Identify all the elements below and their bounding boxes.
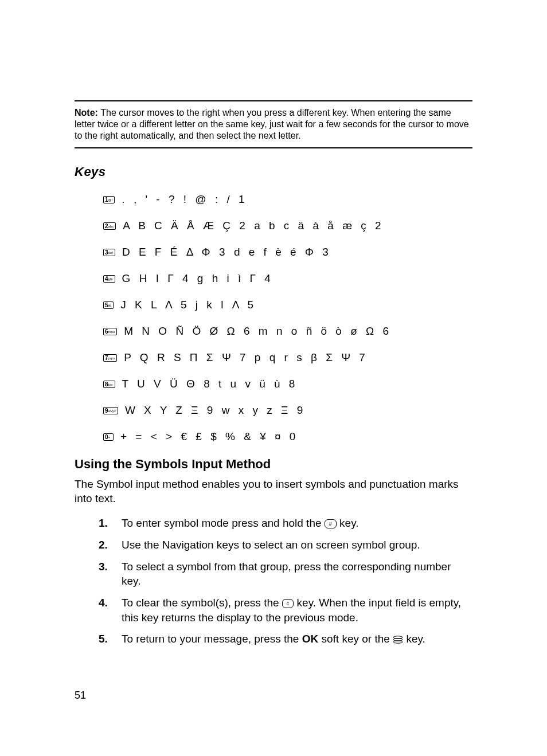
page-number: 51 (75, 690, 86, 702)
key-characters: + = < > € £ $ % & ¥ ¤ 0 (120, 430, 298, 443)
key-characters: . , ' - ? ! @ : / 1 (122, 193, 247, 206)
step-5: To return to your message, press the OK … (99, 632, 472, 648)
symbols-intro: The Symbol input method enables you to i… (75, 477, 472, 506)
note-label: Note: (75, 108, 98, 117)
step-text: key. (403, 633, 425, 645)
clear-key-icon (282, 599, 294, 608)
keycap-icon: 7pqrs (103, 354, 117, 362)
note-block: Note: The cursor moves to the right when… (75, 100, 472, 148)
keycap-icon: 6mno (103, 328, 117, 335)
steps-list: To enter symbol mode press and hold the … (99, 516, 472, 647)
keycap-icon: 3def (103, 249, 115, 256)
key-characters: G H I Γ 4 g h i ì Γ 4 (122, 272, 274, 285)
step-text: Use the Navigation keys to select an on … (122, 539, 420, 551)
pound-key-icon (325, 519, 337, 528)
step-text: To clear the symbol(s), press the (122, 597, 282, 609)
key-characters: D E F É Δ Φ 3 d e f è é Φ 3 (122, 246, 331, 258)
keys-list: 1@!. , ' - ? ! @ : / 12abcA B C Ä Å Æ Ç … (103, 193, 472, 443)
keycap-icon: 1@! (103, 196, 115, 203)
key-characters: M N O Ñ Ö Ø Ω 6 m n o ñ ö ò ø Ω 6 (124, 325, 392, 338)
note-text: The cursor moves to the right when you p… (75, 108, 469, 140)
key-row: 9wxyzW X Y Z Ξ 9 w x y z Ξ 9 (103, 404, 472, 417)
step-text: To enter symbol mode press and hold the (122, 517, 325, 529)
key-row: 7pqrsP Q R S Π Σ Ψ 7 p q r s β Σ Ψ 7 (103, 351, 472, 364)
key-characters: P Q R S Π Σ Ψ 7 p q r s β Σ Ψ 7 (124, 351, 368, 364)
key-row: 4ghiG H I Γ 4 g h i ì Γ 4 (103, 272, 472, 285)
key-row: 5jklJ K L Λ 5 j k l Λ 5 (103, 299, 472, 311)
document-page: Note: The cursor moves to the right when… (0, 0, 547, 756)
keys-heading: Keys (75, 164, 472, 179)
step-1: To enter symbol mode press and hold the … (99, 516, 472, 531)
key-row: 0++ = < > € £ $ % & ¥ ¤ 0 (103, 430, 472, 443)
keycap-icon: 4ghi (103, 275, 115, 283)
key-characters: A B C Ä Å Æ Ç 2 a b c ä à å æ ç 2 (123, 220, 384, 232)
step-4: To clear the symbol(s), press the key. W… (99, 596, 472, 625)
step-text: soft key or the (318, 633, 393, 645)
note-content: Note: The cursor moves to the right when… (75, 107, 472, 142)
menu-key-icon (393, 633, 403, 648)
step-text: To select a symbol from that group, pres… (122, 561, 451, 587)
keycap-icon: 9wxyz (103, 407, 118, 414)
key-row: 3defD E F É Δ Φ 3 d e f è é Φ 3 (103, 246, 472, 258)
key-row: 1@!. , ' - ? ! @ : / 1 (103, 193, 472, 206)
ok-softkey-label: OK (302, 633, 319, 645)
key-characters: T U V Ü Θ 8 t u v ü ù 8 (122, 378, 298, 390)
step-text: key. (337, 517, 359, 529)
step-text: To return to your message, press the (122, 633, 302, 645)
step-2: Use the Navigation keys to select an on … (99, 538, 472, 553)
symbols-heading: Using the Symbols Input Method (75, 457, 472, 472)
keycap-icon: 5jkl (103, 301, 114, 309)
key-row: 6mnoM N O Ñ Ö Ø Ω 6 m n o ñ ö ò ø Ω 6 (103, 325, 472, 338)
keycap-icon: 2abc (103, 222, 116, 230)
key-characters: W X Y Z Ξ 9 w x y z Ξ 9 (125, 404, 306, 417)
key-row: 8tuvT U V Ü Θ 8 t u v ü ù 8 (103, 378, 472, 390)
key-characters: J K L Λ 5 j k l Λ 5 (120, 299, 256, 311)
key-row: 2abcA B C Ä Å Æ Ç 2 a b c ä à å æ ç 2 (103, 220, 472, 232)
step-3: To select a symbol from that group, pres… (99, 559, 472, 589)
keycap-icon: 0+ (103, 433, 114, 441)
keycap-icon: 8tuv (103, 381, 115, 388)
